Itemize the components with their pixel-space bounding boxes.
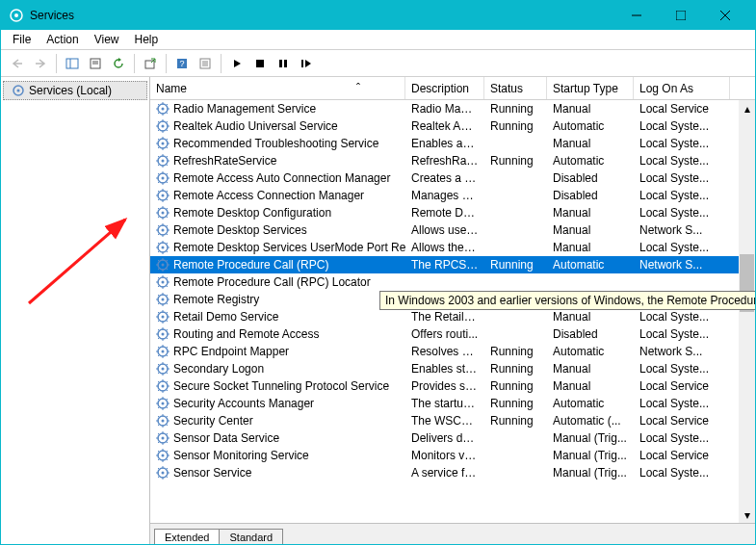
svg-point-51 — [162, 333, 165, 336]
service-logon: Local Syste... — [634, 171, 730, 185]
maximize-button[interactable] — [659, 1, 703, 30]
column-headers: Nameˆ Description Status Startup Type Lo… — [150, 77, 755, 100]
svg-point-47 — [162, 298, 165, 301]
table-row[interactable]: Remote Access Auto Connection ManagerCre… — [150, 169, 755, 187]
svg-point-53 — [162, 350, 165, 353]
table-row[interactable]: Remote Desktop Services UserMode Port Re… — [150, 239, 755, 256]
svg-point-49 — [162, 316, 165, 319]
table-row[interactable]: Remote Desktop ServicesAllows user...Man… — [150, 221, 755, 239]
title-bar[interactable]: Services — [1, 1, 755, 30]
forward-button[interactable] — [30, 53, 51, 74]
table-row[interactable]: Routing and Remote AccessOffers routi...… — [150, 325, 755, 343]
service-list[interactable]: Radio Management ServiceRadio Mana...Run… — [150, 100, 755, 523]
service-name: Secure Socket Tunneling Protocol Service — [173, 379, 389, 393]
table-row[interactable]: RefreshRateServiceRefreshRat...RunningAu… — [150, 152, 755, 169]
gear-icon — [156, 379, 169, 393]
start-service-button[interactable] — [226, 53, 248, 74]
col-name[interactable]: Nameˆ — [150, 77, 405, 99]
gear-icon — [156, 241, 169, 254]
minimize-button[interactable] — [614, 1, 659, 30]
svg-point-41 — [162, 247, 165, 249]
gear-icon — [156, 171, 169, 185]
service-logon: Local Syste... — [634, 241, 730, 254]
table-row[interactable]: Security CenterThe WSCSV...RunningAutoma… — [150, 412, 755, 429]
service-logon: Local Service — [634, 449, 730, 462]
service-name: Sensor Data Service — [173, 431, 279, 445]
tooltip: In Windows 2003 and earlier versions of … — [379, 291, 755, 310]
table-row[interactable]: Recommended Troubleshooting ServiceEnabl… — [150, 135, 755, 152]
svg-point-63 — [162, 437, 165, 440]
service-description: Enables star... — [405, 362, 484, 376]
gear-icon — [156, 137, 169, 150]
service-name: Secondary Logon — [173, 362, 264, 376]
gear-icon — [156, 206, 169, 220]
table-row[interactable]: Radio Management ServiceRadio Mana...Run… — [150, 100, 755, 117]
table-row[interactable]: Realtek Audio Universal ServiceRealtek A… — [150, 117, 755, 135]
app-icon — [9, 8, 24, 23]
pause-service-button[interactable] — [273, 53, 294, 74]
export-list-button[interactable] — [140, 53, 161, 74]
restart-service-button[interactable] — [296, 53, 317, 74]
scroll-up-button[interactable]: ▴ — [739, 100, 755, 117]
tree-pane[interactable]: Services (Local) — [1, 77, 150, 544]
scroll-down-button[interactable]: ▾ — [739, 506, 755, 523]
table-row[interactable]: RPC Endpoint MapperResolves RP...Running… — [150, 343, 755, 360]
table-row[interactable]: Sensor Data ServiceDelivers dat...Manual… — [150, 429, 755, 447]
show-hide-tree-button[interactable] — [62, 53, 83, 74]
table-row[interactable]: Remote Procedure Call (RPC) Locator — [150, 273, 755, 291]
service-name: RefreshRateService — [173, 154, 276, 168]
table-row[interactable]: Secondary LogonEnables star...RunningMan… — [150, 360, 755, 377]
tab-strip: Extended Standard — [150, 523, 755, 544]
table-row[interactable]: Remote Desktop ConfigurationRemote Des..… — [150, 204, 755, 221]
table-row[interactable]: Retail Demo ServiceThe Retail D...Manual… — [150, 308, 755, 325]
service-startup: Manual — [547, 379, 634, 393]
menu-help[interactable]: Help — [127, 31, 167, 48]
svg-point-39 — [162, 229, 165, 232]
svg-rect-11 — [145, 61, 154, 68]
service-status: Running — [484, 414, 547, 428]
toolbar-separator — [221, 54, 222, 73]
help-button[interactable]: ? — [171, 53, 193, 74]
table-row[interactable]: Sensor ServiceA service fo...Manual (Tri… — [150, 464, 755, 481]
service-name: Remote Desktop Configuration — [173, 206, 331, 220]
svg-rect-6 — [66, 59, 78, 68]
col-status[interactable]: Status — [484, 77, 547, 99]
col-startup[interactable]: Startup Type — [547, 77, 634, 99]
service-logon: Local Syste... — [634, 119, 730, 133]
service-description: Offers routi... — [405, 327, 484, 341]
close-button[interactable] — [703, 1, 747, 30]
menu-action[interactable]: Action — [39, 31, 86, 48]
refresh-button[interactable] — [108, 53, 129, 74]
service-logon: Local Service — [634, 414, 730, 428]
tab-extended[interactable]: Extended — [154, 529, 220, 544]
table-row[interactable]: Secure Socket Tunneling Protocol Service… — [150, 377, 755, 395]
service-name: Realtek Audio Universal Service — [173, 119, 338, 133]
menu-view[interactable]: View — [87, 31, 127, 48]
properties-button[interactable] — [85, 53, 106, 74]
table-row[interactable]: Security Accounts ManagerThe startup ...… — [150, 395, 755, 412]
service-logon: Local Syste... — [634, 154, 730, 168]
gear-icon — [156, 119, 169, 133]
table-row[interactable]: Remote Procedure Call (RPC)The RPCSS s..… — [150, 256, 755, 273]
help-topics-button[interactable] — [195, 53, 216, 74]
service-description: The WSCSV... — [405, 414, 484, 428]
table-row[interactable]: Remote Access Connection ManagerManages … — [150, 187, 755, 204]
service-startup: Automatic — [547, 345, 634, 358]
menu-file[interactable]: File — [5, 31, 39, 48]
service-startup: Manual — [547, 102, 634, 116]
stop-service-button[interactable] — [249, 53, 271, 74]
tab-standard[interactable]: Standard — [219, 529, 283, 544]
service-startup: Manual — [547, 310, 634, 324]
service-status: Running — [484, 258, 547, 272]
svg-rect-18 — [256, 60, 264, 67]
service-startup: Manual — [547, 362, 634, 376]
service-logon: Network S... — [634, 223, 730, 237]
tree-node-services-local[interactable]: Services (Local) — [3, 81, 147, 100]
col-description[interactable]: Description — [405, 77, 484, 99]
vertical-scrollbar[interactable]: ▴ ▾ — [739, 100, 755, 523]
table-row[interactable]: Sensor Monitoring ServiceMonitors va...M… — [150, 447, 755, 464]
back-button[interactable] — [7, 53, 28, 74]
col-logon[interactable]: Log On As — [634, 77, 730, 99]
service-name: Remote Access Connection Manager — [173, 189, 364, 202]
service-status: Running — [484, 397, 547, 410]
